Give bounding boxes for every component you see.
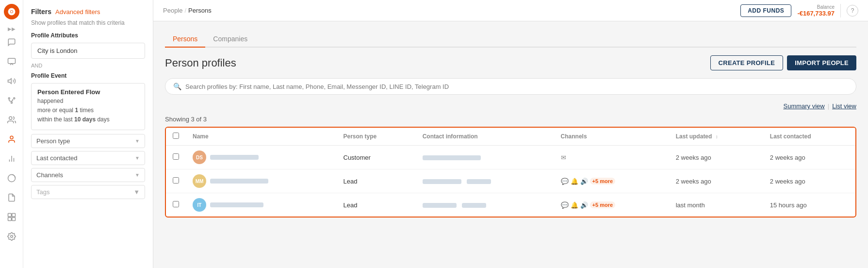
tab-persons[interactable]: Persons <box>165 31 205 48</box>
summary-view-link[interactable]: Summary view <box>784 102 825 110</box>
row3-speaker-icon: 🔊 <box>580 201 588 209</box>
person-type-dropdown[interactable]: Person type ▼ <box>31 134 145 148</box>
nav-icon-people[interactable] <box>3 131 20 148</box>
row3-last-contacted-text: 15 hours ago <box>770 201 807 209</box>
row3-checkbox[interactable] <box>173 201 179 207</box>
nav-icon-segments[interactable] <box>3 169 20 187</box>
row1-name-text <box>210 155 259 160</box>
persons-table: Name Person type Contact information Cha… <box>166 128 855 217</box>
row1-name-cell: DS <box>186 146 337 169</box>
event-days-pre: within the last <box>37 116 73 123</box>
row2-contact-block <box>423 179 461 184</box>
row2-more-badge[interactable]: +5 more <box>590 178 616 184</box>
row2-signal-icon: 🔔 <box>571 178 578 185</box>
top-bar: People / Persons ADD FUNDS Balance -€167… <box>153 0 868 21</box>
channels-arrow-icon: ▼ <box>135 172 140 178</box>
person-type-label: Person type <box>36 137 70 145</box>
row1-last-contacted: 2 weeks ago <box>763 146 855 169</box>
list-view-link[interactable]: List view <box>832 102 856 110</box>
advanced-filters-link[interactable]: Advanced filters <box>55 8 100 16</box>
event-box-happened: happened <box>37 97 139 106</box>
nav-icon-settings[interactable] <box>3 228 20 245</box>
nav-icon-inbox[interactable] <box>3 53 20 70</box>
svg-rect-14 <box>12 214 15 217</box>
last-contacted-arrow-icon: ▼ <box>135 155 140 161</box>
and-label: AND <box>31 63 145 68</box>
svg-point-7 <box>9 117 12 119</box>
row3-more-badge[interactable]: +5 more <box>590 201 616 208</box>
page-title-row: Person profiles CREATE PROFILE IMPORT PE… <box>165 55 856 70</box>
row1-avatar: DS <box>193 151 206 164</box>
profile-event-label: Profile Event <box>31 72 145 79</box>
nav-icon-flows[interactable] <box>3 92 20 109</box>
row1-name: DS <box>193 151 330 164</box>
nav-icon-reports[interactable] <box>3 189 20 206</box>
svg-rect-2 <box>8 58 15 64</box>
row3-name: IT <box>193 198 330 212</box>
row1-contact-block <box>423 155 481 160</box>
row2-checkbox-cell <box>166 169 186 193</box>
nav-icon-messages[interactable] <box>3 34 20 51</box>
event-times-count: 1 <box>75 107 78 114</box>
breadcrumb-current: Persons <box>188 7 212 14</box>
app-logo[interactable] <box>4 4 19 19</box>
row3-channel-icons: 💬 🔔 🔊 +5 more <box>561 201 662 209</box>
add-funds-button[interactable]: ADD FUNDS <box>740 4 791 17</box>
nav-icon-analytics[interactable] <box>3 150 20 168</box>
table-header: Name Person type Contact information Cha… <box>166 128 855 146</box>
row3-channels: 💬 🔔 🔊 +5 more <box>554 193 669 217</box>
profile-event-box: Person Entered Flow happened more or equ… <box>31 83 145 130</box>
row3-chat-icon: 💬 <box>561 201 569 209</box>
nav-expand-icon[interactable]: ▶▶ <box>8 26 16 32</box>
search-input[interactable] <box>185 83 848 90</box>
row2-name-text <box>210 179 268 184</box>
event-days-count: 10 days <box>74 116 96 123</box>
row3-contact-info <box>416 193 554 217</box>
filters-title: Filters <box>31 8 51 16</box>
last-contacted-dropdown[interactable]: Last contacted ▼ <box>31 151 145 165</box>
city-filter-chip[interactable]: City is London <box>31 43 145 59</box>
nav-icon-integrations[interactable] <box>3 208 20 226</box>
nav-icon-contacts[interactable] <box>3 111 20 129</box>
row2-checkbox[interactable] <box>173 177 179 184</box>
th-last-updated[interactable]: Last updated ↕ <box>669 128 763 146</box>
row1-checkbox[interactable] <box>173 153 179 160</box>
tab-companies[interactable]: Companies <box>205 31 255 48</box>
row3-name-cell: IT <box>186 193 337 217</box>
row2-avatar: MM <box>193 174 206 188</box>
svg-marker-3 <box>8 79 11 84</box>
tags-arrow-icon: ▼ <box>133 188 140 196</box>
nav-icon-broadcasts[interactable] <box>3 72 20 90</box>
row1-last-updated-text: 2 weeks ago <box>676 154 711 161</box>
svg-rect-13 <box>8 214 11 217</box>
row2-last-updated-text: 2 weeks ago <box>676 178 711 185</box>
th-last-contacted: Last contacted <box>763 128 855 146</box>
row2-chat-icon: 💬 <box>561 178 569 185</box>
showing-label: Showing 3 of 3 <box>165 116 856 123</box>
sidebar-header: Filters Advanced filters <box>31 8 145 16</box>
svg-rect-15 <box>8 218 11 221</box>
import-people-button[interactable]: IMPORT PEOPLE <box>787 55 856 70</box>
create-profile-button[interactable]: CREATE PROFILE <box>710 55 784 70</box>
breadcrumb-parent[interactable]: People <box>163 7 182 14</box>
svg-point-4 <box>8 98 10 99</box>
row3-contact-block2 <box>462 203 486 208</box>
row1-contact-info <box>416 146 554 169</box>
channels-dropdown[interactable]: Channels ▼ <box>31 168 145 182</box>
top-bar-right: ADD FUNDS Balance -€167,733.97 ? <box>740 4 858 17</box>
balance-block: Balance -€167,733.97 <box>797 4 835 17</box>
persons-table-wrapper: Name Person type Contact information Cha… <box>165 127 856 218</box>
help-icon[interactable]: ? <box>847 5 858 17</box>
view-toggle: Summary view | List view <box>165 102 856 110</box>
row3-checkbox-cell <box>166 193 186 217</box>
row3-contact-block <box>423 203 457 208</box>
row1-last-contacted-text: 2 weeks ago <box>770 154 805 161</box>
select-all-checkbox[interactable] <box>173 133 179 139</box>
row3-last-updated: last month <box>669 193 763 217</box>
row2-name-cell: MM <box>186 169 337 193</box>
row2-channels: 💬 🔔 🔊 +5 more <box>554 169 669 193</box>
tags-dropdown[interactable]: Tags ▼ <box>31 185 145 199</box>
person-type-arrow-icon: ▼ <box>135 138 140 144</box>
row1-person-type: Customer <box>337 146 416 169</box>
svg-point-1 <box>10 11 13 13</box>
